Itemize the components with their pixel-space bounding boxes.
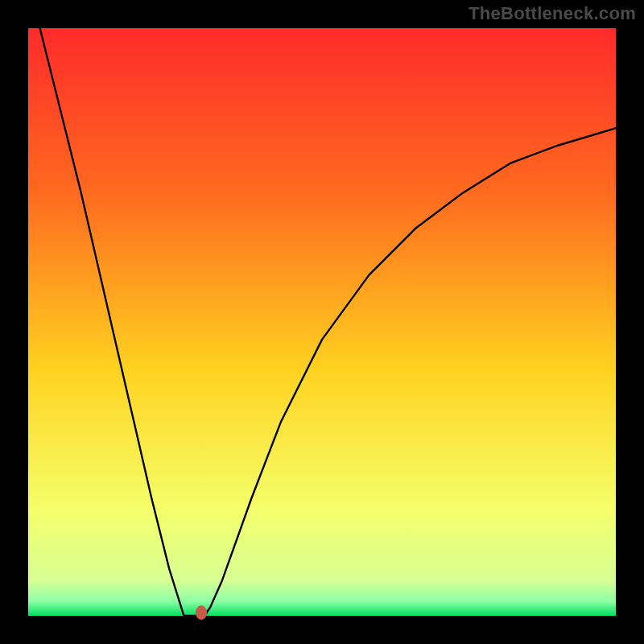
chart-frame: TheBottleneck.com	[0, 0, 644, 644]
plot-area	[28, 28, 616, 616]
gradient-rect	[28, 28, 616, 616]
watermark-text: TheBottleneck.com	[469, 3, 636, 24]
plot-svg	[28, 28, 616, 616]
optimal-point-marker	[196, 605, 207, 620]
